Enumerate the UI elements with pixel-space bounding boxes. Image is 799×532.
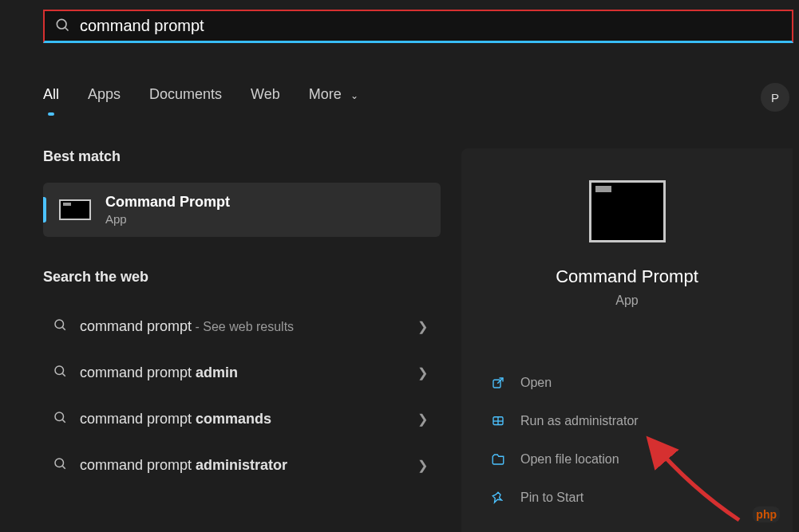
svg-point-8 (55, 459, 64, 467)
search-icon (53, 456, 67, 474)
action-pin-start[interactable]: Pin to Start (484, 479, 773, 517)
svg-line-9 (62, 466, 65, 468)
search-icon (54, 17, 70, 36)
search-web-header: Search the web (43, 269, 441, 286)
svg-line-5 (62, 373, 65, 376)
avatar[interactable]: P (761, 83, 789, 112)
pin-icon (490, 490, 506, 506)
svg-point-0 (57, 19, 66, 29)
search-bar[interactable] (43, 10, 793, 43)
web-result-text: command prompt commands (80, 411, 405, 428)
result-subtitle: App (105, 212, 230, 226)
tab-more[interactable]: More ⌄ (309, 86, 358, 114)
chevron-right-icon: ❯ (417, 412, 428, 427)
cmd-icon (59, 199, 91, 220)
result-title: Command Prompt (105, 194, 230, 211)
chevron-down-icon: ⌄ (350, 90, 358, 101)
web-result-text: command prompt - See web results (80, 318, 405, 335)
app-type: App (481, 294, 773, 308)
search-icon (53, 410, 67, 428)
svg-line-7 (62, 420, 65, 422)
web-result[interactable]: command prompt - See web results ❯ (43, 303, 441, 349)
search-input[interactable] (80, 17, 782, 35)
web-result[interactable]: command prompt administrator ❯ (43, 442, 441, 488)
avatar-initial: P (771, 91, 779, 104)
tab-apps[interactable]: Apps (88, 86, 121, 114)
cmd-large-icon (589, 180, 666, 242)
tab-all[interactable]: All (43, 86, 59, 114)
action-label: Run as administrator (520, 414, 639, 428)
details-panel: Command Prompt App Open Run as administr… (461, 148, 793, 532)
action-label: Open file location (520, 452, 619, 467)
chevron-right-icon: ❯ (417, 365, 428, 380)
shield-icon (490, 413, 506, 429)
web-result[interactable]: command prompt admin ❯ (43, 349, 441, 396)
web-result[interactable]: command prompt commands ❯ (43, 396, 441, 442)
tabs: All Apps Documents Web More ⌄ (43, 86, 358, 114)
selection-accent (43, 197, 46, 223)
web-result-text: command prompt administrator (80, 457, 405, 474)
actions-list: Open Run as administrator Open file loca… (481, 364, 773, 517)
best-match-header: Best match (43, 148, 441, 165)
tab-more-label: More (309, 86, 342, 102)
tab-documents[interactable]: Documents (149, 86, 222, 114)
search-icon (53, 317, 67, 335)
chevron-right-icon: ❯ (417, 458, 428, 473)
svg-point-6 (55, 412, 64, 421)
folder-icon (490, 451, 506, 467)
chevron-right-icon: ❯ (417, 319, 428, 334)
app-name: Command Prompt (481, 266, 773, 287)
web-result-text: command prompt admin (80, 365, 405, 381)
action-open[interactable]: Open (484, 364, 773, 402)
search-icon (53, 364, 67, 381)
open-icon (490, 375, 506, 391)
tab-web[interactable]: Web (251, 86, 280, 114)
svg-point-4 (55, 366, 64, 375)
results-column: Best match Command Prompt App Search the… (43, 148, 441, 488)
action-open-location[interactable]: Open file location (484, 440, 773, 479)
svg-line-1 (65, 27, 69, 30)
action-label: Open (520, 376, 552, 390)
watermark: php (753, 508, 780, 521)
action-label: Pin to Start (520, 491, 583, 505)
svg-line-3 (62, 327, 65, 329)
action-run-admin[interactable]: Run as administrator (484, 402, 773, 440)
best-match-result[interactable]: Command Prompt App (43, 183, 441, 237)
svg-point-2 (55, 320, 64, 329)
